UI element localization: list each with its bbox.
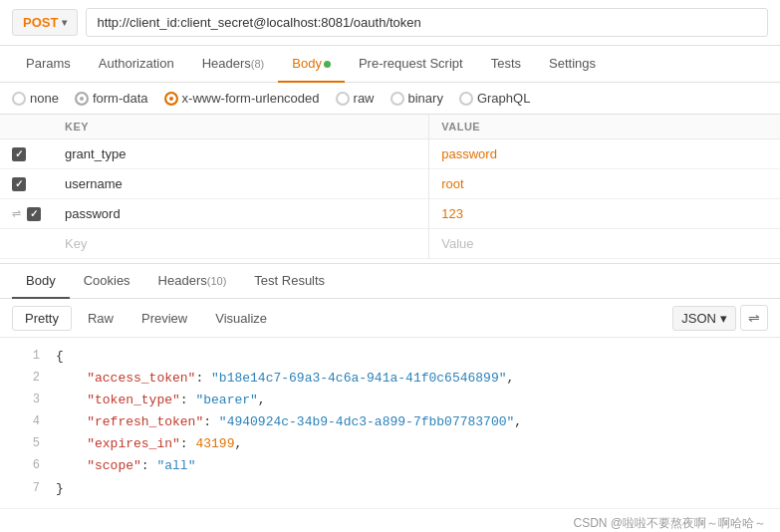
radio-circle-none <box>12 92 26 106</box>
url-input[interactable] <box>86 8 768 37</box>
row3-check-cell: ⇌ <box>0 199 53 229</box>
row2-checkbox[interactable] <box>12 177 26 191</box>
radio-circle-raw <box>336 92 350 106</box>
radio-raw[interactable]: raw <box>336 91 375 106</box>
view-visualize[interactable]: Visualize <box>203 307 279 330</box>
radio-graphql[interactable]: GraphQL <box>459 91 530 106</box>
radio-circle-form-data <box>75 92 89 106</box>
radio-none[interactable]: none <box>12 91 59 106</box>
tab-params[interactable]: Params <box>12 46 85 83</box>
row3-value[interactable]: 123 <box>429 199 780 229</box>
row1-check-cell <box>0 139 53 169</box>
json-line-4: 4 "refresh_token" : "4940924c-34b9-4dc3-… <box>12 411 768 433</box>
response-tabs: Body Cookies Headers(10) Test Results <box>0 264 780 299</box>
view-raw[interactable]: Raw <box>76 307 126 330</box>
row1-checkbox[interactable] <box>12 147 26 161</box>
res-tab-testresults[interactable]: Test Results <box>240 264 339 299</box>
json-line-6: 6 "scope" : "all" <box>12 455 768 477</box>
row1-value[interactable]: password <box>429 139 780 169</box>
tab-tests[interactable]: Tests <box>477 46 535 83</box>
method-chevron: ▾ <box>62 17 67 28</box>
method-select[interactable]: POST ▾ <box>12 9 78 36</box>
radio-binary[interactable]: binary <box>390 91 443 106</box>
watermark: CSDN @啦啦不要熬夜啊～啊哈哈～ <box>0 508 780 532</box>
radio-x-www[interactable]: x-www-form-urlencoded <box>164 91 320 106</box>
tab-authorization[interactable]: Authorization <box>85 46 188 83</box>
tab-headers[interactable]: Headers(8) <box>188 46 279 83</box>
radio-circle-x-www <box>164 92 178 106</box>
method-label: POST <box>23 15 58 30</box>
tab-body[interactable]: Body <box>278 46 345 83</box>
json-output: 1 { 2 "access_token" : "b18e14c7-69a3-4c… <box>0 338 780 508</box>
json-line-1: 1 { <box>12 346 768 368</box>
empty-row: Key Value <box>0 229 780 259</box>
view-bar: Pretty Raw Preview Visualize JSON ▾ ⇌ <box>0 299 780 338</box>
params-table: KEY VALUE grant_type password username r… <box>0 115 780 259</box>
empty-value[interactable]: Value <box>429 229 780 259</box>
col-key: KEY <box>53 115 429 139</box>
radio-circle-binary <box>390 92 404 106</box>
view-preview[interactable]: Preview <box>130 307 199 330</box>
col-value: VALUE <box>429 115 780 139</box>
response-section: Body Cookies Headers(10) Test Results Pr… <box>0 263 780 508</box>
json-line-3: 3 "token_type" : "bearer" , <box>12 390 768 411</box>
col-checkbox <box>0 115 53 139</box>
format-label: JSON <box>681 311 716 326</box>
url-bar: POST ▾ <box>0 0 780 46</box>
tab-settings[interactable]: Settings <box>535 46 610 83</box>
body-types-row: none form-data x-www-form-urlencoded raw… <box>0 83 780 115</box>
request-tabs: Params Authorization Headers(8) Body Pre… <box>0 46 780 83</box>
table-row: grant_type password <box>0 139 780 169</box>
format-chevron: ▾ <box>720 311 727 326</box>
table-row: ⇌ password 123 <box>0 199 780 229</box>
row3-key[interactable]: password <box>53 199 429 229</box>
radio-form-data[interactable]: form-data <box>75 91 148 106</box>
json-line-2: 2 "access_token" : "b18e14c7-69a3-4c6a-9… <box>12 368 768 390</box>
wrap-icon[interactable]: ⇌ <box>740 305 768 331</box>
empty-key[interactable]: Key <box>53 229 429 259</box>
table-row: username root <box>0 169 780 199</box>
res-tab-cookies[interactable]: Cookies <box>70 264 144 299</box>
tab-prerequest[interactable]: Pre-request Script <box>345 46 477 83</box>
row2-value[interactable]: root <box>429 169 780 199</box>
drag-icon: ⇌ <box>12 207 21 220</box>
empty-check-cell <box>0 229 53 259</box>
res-tab-headers[interactable]: Headers(10) <box>144 264 241 299</box>
radio-circle-graphql <box>459 92 473 106</box>
row1-key[interactable]: grant_type <box>53 139 429 169</box>
body-dot <box>324 61 331 68</box>
json-line-7: 7 } <box>12 478 768 500</box>
json-line-5: 5 "expires_in" : 43199 , <box>12 433 768 455</box>
res-tab-body[interactable]: Body <box>12 264 70 299</box>
row3-checkbox[interactable] <box>27 207 41 221</box>
row2-key[interactable]: username <box>53 169 429 199</box>
format-select[interactable]: JSON ▾ <box>672 306 736 331</box>
row2-check-cell <box>0 169 53 199</box>
view-pretty[interactable]: Pretty <box>12 306 72 331</box>
